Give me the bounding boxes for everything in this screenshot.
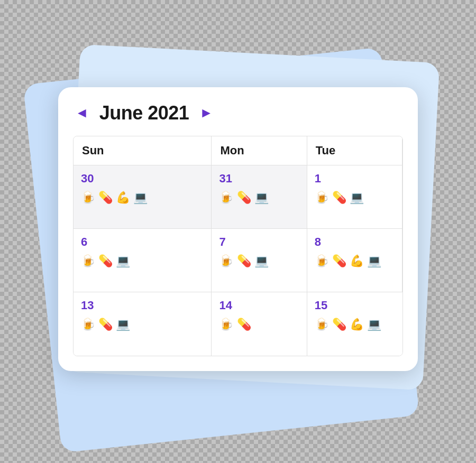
calendar-grid: Sun Mon Tue 30 🍺 💊 💪 💻 31 🍺 💊 💻 1 🍺 💊 💻 … (73, 136, 403, 356)
day-cell-13[interactable]: 13 🍺 💊 💻 (74, 292, 212, 356)
day-cell-8[interactable]: 8 🍺 💊 💪 💻 (307, 229, 402, 292)
day-emojis: 🍺 💊 💪 💻 (315, 317, 395, 333)
next-month-button[interactable]: ► (199, 105, 213, 121)
calendar-card: ◄ June 2021 ► Sun Mon Tue 30 🍺 💊 💪 💻 31 … (58, 87, 418, 371)
day-number: 14 (219, 299, 299, 312)
day-emojis: 🍺 💊 💻 (219, 190, 299, 206)
prev-month-button[interactable]: ◄ (75, 105, 89, 121)
day-number: 7 (219, 235, 299, 249)
day-number: 6 (81, 235, 204, 249)
day-emojis: 🍺 💊 💻 (81, 253, 204, 270)
month-title: June 2021 (99, 102, 189, 124)
day-emojis: 🍺 💊 💪 💻 (81, 190, 204, 206)
col-header-sun: Sun (74, 136, 212, 165)
day-cell-30[interactable]: 30 🍺 💊 💪 💻 (74, 165, 212, 229)
calendar-header: ◄ June 2021 ► (73, 102, 403, 124)
day-cell-6[interactable]: 6 🍺 💊 💻 (74, 229, 212, 292)
day-number: 30 (81, 172, 204, 186)
day-number: 15 (315, 299, 395, 312)
day-emojis: 🍺 💊 (219, 317, 299, 333)
col-header-mon: Mon (212, 136, 307, 165)
day-cell-15[interactable]: 15 🍺 💊 💪 💻 (307, 292, 402, 356)
day-number: 13 (81, 299, 204, 312)
day-cell-7[interactable]: 7 🍺 💊 💻 (212, 229, 307, 292)
day-cell-14[interactable]: 14 🍺 💊 (212, 292, 307, 356)
col-header-tue: Tue (307, 136, 402, 165)
day-emojis: 🍺 💊 💻 (81, 317, 204, 333)
day-number: 8 (315, 235, 395, 249)
day-emojis: 🍺 💊 💻 (315, 190, 395, 206)
day-number: 1 (315, 172, 395, 186)
day-emojis: 🍺 💊 💪 💻 (315, 253, 395, 270)
day-number: 31 (219, 172, 299, 186)
day-cell-1[interactable]: 1 🍺 💊 💻 (307, 165, 402, 229)
day-emojis: 🍺 💊 💻 (219, 253, 299, 270)
day-cell-31[interactable]: 31 🍺 💊 💻 (212, 165, 307, 229)
